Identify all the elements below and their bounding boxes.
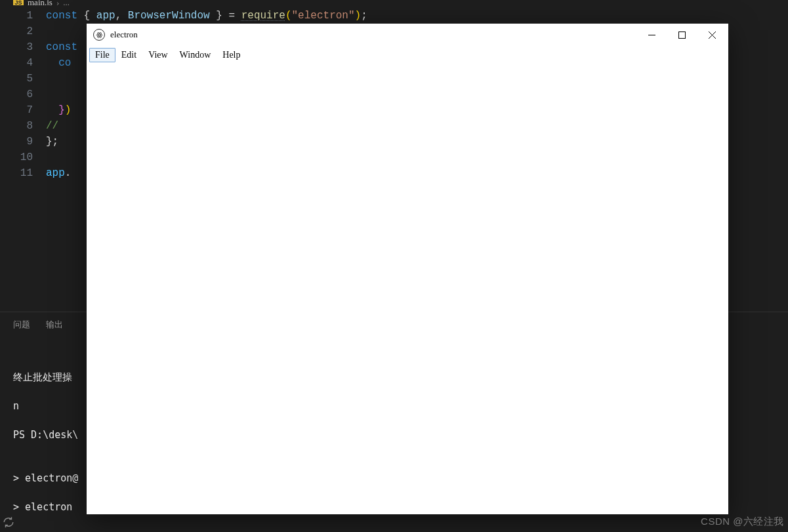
svg-rect-4 — [678, 31, 685, 38]
line-number-gutter: 1234567891011 — [0, 8, 46, 181]
maximize-button[interactable] — [667, 24, 697, 45]
window-title: electron — [110, 30, 138, 40]
menu-file[interactable]: File — [89, 48, 115, 62]
crumb-sep: › — [56, 0, 59, 5]
crumb-more: ... — [63, 0, 70, 5]
svg-point-3 — [98, 34, 99, 35]
window-titlebar[interactable]: electron — [87, 24, 728, 46]
menu-edit[interactable]: Edit — [115, 48, 142, 62]
js-file-icon: JS — [13, 0, 24, 5]
menu-help[interactable]: Help — [217, 48, 246, 62]
sync-icon[interactable] — [3, 516, 14, 528]
window-content-area — [87, 64, 728, 514]
breadcrumb: JS main.js › ... — [0, 0, 788, 5]
menu-view[interactable]: View — [142, 48, 173, 62]
electron-icon — [93, 29, 105, 41]
electron-app-window: electron File Edit View Window Help — [87, 24, 728, 514]
code-line[interactable]: const { app, BrowserWindow } = require("… — [46, 8, 367, 24]
close-button[interactable] — [697, 24, 727, 45]
menu-window[interactable]: Window — [174, 48, 217, 62]
tab-output[interactable]: 输出 — [46, 319, 63, 331]
window-menubar: File Edit View Window Help — [87, 46, 728, 64]
tab-filename[interactable]: main.js — [28, 0, 52, 5]
tab-problems[interactable]: 问题 — [13, 319, 30, 331]
minimize-button[interactable] — [636, 24, 667, 45]
